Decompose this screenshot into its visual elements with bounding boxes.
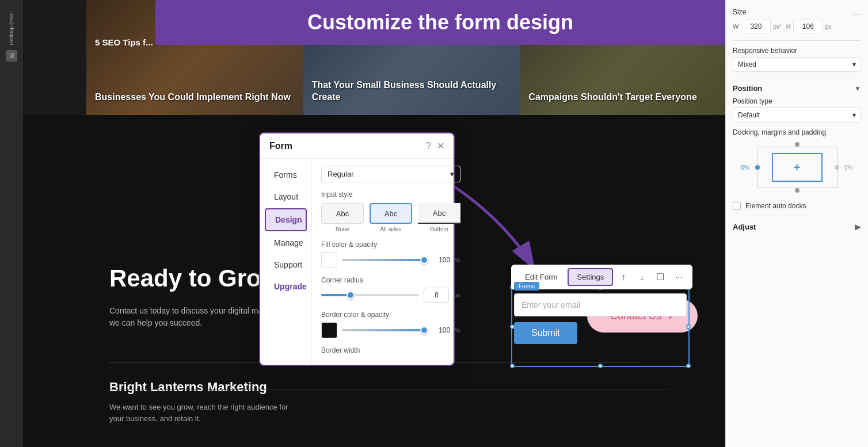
dropdown-chevron: ▾ [450, 170, 454, 178]
dock-left-dot[interactable] [755, 165, 760, 170]
fill-opacity-slider[interactable] [342, 259, 428, 261]
height-label: H [786, 23, 791, 30]
bottom-divider [109, 389, 668, 389]
fill-opacity-unit: % [455, 257, 460, 263]
position-type-dropdown[interactable]: Default ▾ [733, 108, 861, 123]
nav-upgrade[interactable]: Upgrade [265, 276, 307, 297]
nav-support[interactable]: Support [265, 254, 307, 275]
element-auto-docks-checkbox[interactable] [733, 202, 741, 210]
forms-badge: Forms [514, 282, 539, 291]
input-style-bottom[interactable]: Abc Bottom [418, 203, 460, 232]
handle-bl[interactable] [510, 364, 515, 368]
border-opacity-value: 100 [433, 326, 450, 334]
dock-right-dot[interactable] [835, 165, 839, 170]
adjust-label: Adjust [733, 223, 756, 231]
handle-mr[interactable] [686, 324, 691, 329]
left-sidebar: Desktop (Prim... 🖥 [0, 0, 23, 447]
height-unit: px [825, 24, 832, 30]
right-panel: Size ... W 320 px* H 106 px Responsive b [725, 0, 868, 447]
border-color-swatch[interactable] [321, 322, 337, 338]
comment-icon[interactable]: ☐ [652, 269, 668, 285]
border-opacity-slider[interactable] [342, 329, 428, 331]
input-style-none[interactable]: Abc None [321, 203, 364, 232]
width-group: W 320 px* [733, 20, 782, 33]
form-dialog-body: Forms Layout Design Manage Support Upgra… [260, 159, 454, 365]
card-text-2: That Your Small Business Should Actually… [312, 79, 512, 104]
width-unit: px* [773, 24, 781, 30]
border-width-label: Border width [321, 346, 460, 354]
move-down-icon[interactable]: ↓ [634, 269, 650, 285]
rp-divider-3 [733, 216, 861, 216]
input-sublabel-none: None [336, 226, 349, 232]
input-box-none: Abc [321, 203, 364, 224]
border-color-label: Border color & opacity [321, 311, 460, 319]
corner-radius-row: 8 px [321, 288, 460, 303]
input-style-label: Input style [321, 190, 460, 198]
corner-radius-slider[interactable] [321, 294, 419, 296]
corner-radius-unit: px [454, 292, 460, 299]
nav-manage[interactable]: Manage [265, 232, 307, 253]
fill-opacity-value: 100 [433, 256, 450, 264]
handle-br[interactable] [686, 364, 691, 368]
nav-layout[interactable]: Layout [265, 186, 307, 207]
dock-outer-box: 0% 0% + [757, 147, 837, 188]
docking-container: 0% 0% + [745, 144, 849, 190]
element-auto-docks-row: Element auto docks [733, 202, 861, 210]
nav-design[interactable]: Design [265, 208, 307, 231]
size-label: Size [733, 8, 746, 16]
docking-label: Docking, margins and padding [733, 128, 826, 136]
adjust-arrow-icon: ▶ [855, 222, 861, 231]
form-dialog-icons: ? ✕ [426, 140, 444, 151]
bright-lanterns-title: Bright Lanterns Marketing [109, 380, 267, 395]
form-dialog-header: Form ? ✕ [260, 133, 454, 159]
border-color-row: 100 % [321, 322, 460, 338]
nav-forms[interactable]: Forms [265, 165, 307, 185]
card-label-1: 5 SEO Tips f... [95, 37, 153, 47]
margin-left-label: 0% [741, 165, 749, 171]
height-input[interactable]: 106 [793, 20, 823, 33]
width-input[interactable]: 320 [741, 20, 771, 33]
fill-color-row: 100 % [321, 252, 460, 268]
input-box-bottom: Abc [418, 203, 460, 224]
submit-button-preview[interactable]: Submit [514, 322, 577, 344]
size-inputs: W 320 px* H 106 px [733, 20, 861, 33]
height-group: H 106 px [786, 20, 832, 33]
adjust-row[interactable]: Adjust ▶ [733, 222, 861, 231]
width-label: W [733, 23, 738, 30]
input-box-allsides: Abc [370, 203, 412, 224]
sidebar-desktop-icon[interactable]: 🖥 [6, 50, 17, 62]
dock-top-dot [795, 142, 800, 147]
dock-inner-box: + [772, 153, 823, 182]
corner-radius-input[interactable]: 8 [424, 288, 449, 303]
rp-divider-1 [733, 40, 861, 41]
dock-plus-icon[interactable]: + [794, 161, 801, 174]
rp-divider-2 [733, 78, 861, 78]
sidebar-label: Desktop (Prim... [9, 8, 14, 45]
size-section: Size ... W 320 px* H 106 px Responsive b [733, 7, 861, 231]
handle-bm[interactable] [598, 364, 603, 368]
close-icon[interactable]: ✕ [437, 140, 444, 151]
help-icon[interactable]: ? [426, 141, 431, 151]
position-type-chevron-icon: ▾ [852, 111, 856, 119]
email-input-preview[interactable]: Enter your email [514, 293, 687, 316]
input-style-allsides[interactable]: Abc All sides [370, 203, 412, 232]
dock-bottom-dot [795, 188, 800, 193]
responsive-dropdown[interactable]: Mixed ▾ [733, 57, 861, 72]
position-header: Position ▼ [733, 84, 861, 93]
element-auto-docks-label: Element auto docks [745, 202, 806, 210]
form-style-dropdown[interactable]: Regular ▾ [321, 166, 460, 182]
margin-right-label: 0% [844, 165, 852, 171]
bright-lanterns-desc: We want to see you grow, reach the right… [109, 402, 294, 424]
docking-row-header: Docking, margins and padding [733, 128, 861, 136]
docking-visual: 0% 0% + [733, 139, 861, 196]
card-text-1: Businesses You Could Implement Right Now [95, 91, 295, 104]
move-up-icon[interactable]: ↑ [615, 269, 631, 285]
form-nav: Forms Layout Design Manage Support Upgra… [260, 159, 312, 365]
banner-text: Customize the form design [307, 10, 573, 34]
form-content: Regular ▾ Input style Abc None Abc All s… [312, 159, 470, 365]
position-chevron-icon[interactable]: ▼ [854, 85, 861, 93]
settings-button[interactable]: Settings [568, 268, 613, 286]
size-more-icon[interactable]: ... [854, 7, 861, 17]
fill-color-swatch[interactable] [321, 252, 337, 268]
more-options-icon[interactable]: ··· [671, 269, 687, 285]
